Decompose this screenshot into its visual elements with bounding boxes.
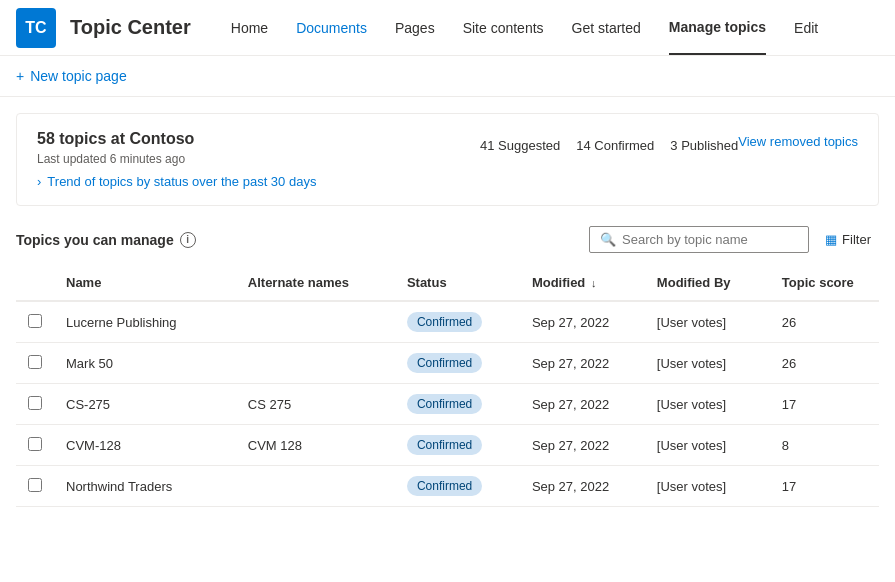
col-header-name[interactable]: Name bbox=[54, 265, 236, 301]
nav-home[interactable]: Home bbox=[231, 2, 268, 54]
nav-get-started[interactable]: Get started bbox=[572, 2, 641, 54]
status-badge: Confirmed bbox=[407, 312, 482, 332]
nav-edit[interactable]: Edit bbox=[794, 2, 818, 54]
row-checkbox[interactable] bbox=[28, 437, 42, 451]
topics-title: Topics you can manage i bbox=[16, 232, 196, 248]
stats-published: 3 Published bbox=[670, 138, 738, 153]
new-topic-label: New topic page bbox=[30, 68, 127, 84]
col-modified-label: Modified bbox=[532, 275, 585, 290]
topics-section: Topics you can manage i 🔍 ▦ Filter Name … bbox=[0, 214, 895, 507]
row-checkbox-cell[interactable] bbox=[16, 384, 54, 425]
nav-manage-topics[interactable]: Manage topics bbox=[669, 1, 766, 55]
row-alt-names bbox=[236, 301, 395, 343]
row-topic-score: 17 bbox=[770, 466, 879, 507]
nav-documents[interactable]: Documents bbox=[296, 2, 367, 54]
row-modified: Sep 27, 2022 bbox=[520, 301, 645, 343]
row-alt-names bbox=[236, 466, 395, 507]
row-checkbox-cell[interactable] bbox=[16, 425, 54, 466]
stats-trend-link[interactable]: › Trend of topics by status over the pas… bbox=[37, 174, 480, 189]
row-modified: Sep 27, 2022 bbox=[520, 466, 645, 507]
search-filter-area: 🔍 ▦ Filter bbox=[589, 226, 879, 253]
nav-site-contents[interactable]: Site contents bbox=[463, 2, 544, 54]
col-header-alt-names[interactable]: Alternate names bbox=[236, 265, 395, 301]
col-header-status[interactable]: Status bbox=[395, 265, 520, 301]
topics-table: Name Alternate names Status Modified ↓ M… bbox=[16, 265, 879, 507]
row-status: Confirmed bbox=[395, 343, 520, 384]
search-icon: 🔍 bbox=[600, 232, 616, 247]
row-topic-score: 8 bbox=[770, 425, 879, 466]
view-removed-topics-link[interactable]: View removed topics bbox=[738, 134, 858, 149]
row-topic-score: 26 bbox=[770, 301, 879, 343]
row-name: CVM-128 bbox=[54, 425, 236, 466]
stats-suggested: 41 Suggested bbox=[480, 138, 560, 153]
row-alt-names: CVM 128 bbox=[236, 425, 395, 466]
row-checkbox-cell[interactable] bbox=[16, 343, 54, 384]
row-checkbox[interactable] bbox=[28, 355, 42, 369]
stats-title: 58 topics at Contoso bbox=[37, 130, 480, 148]
row-checkbox[interactable] bbox=[28, 478, 42, 492]
filter-button[interactable]: ▦ Filter bbox=[817, 227, 879, 252]
col-header-modified[interactable]: Modified ↓ bbox=[520, 265, 645, 301]
search-box[interactable]: 🔍 bbox=[589, 226, 809, 253]
stats-trend-label: Trend of topics by status over the past … bbox=[47, 174, 316, 189]
row-topic-score: 26 bbox=[770, 343, 879, 384]
stats-card: 58 topics at Contoso Last updated 6 minu… bbox=[16, 113, 879, 206]
table-row: CS-275 CS 275 Confirmed Sep 27, 2022 [Us… bbox=[16, 384, 879, 425]
row-name: Northwind Traders bbox=[54, 466, 236, 507]
plus-icon: + bbox=[16, 68, 24, 84]
row-status: Confirmed bbox=[395, 384, 520, 425]
stats-right: View removed topics bbox=[738, 130, 858, 149]
row-name: CS-275 bbox=[54, 384, 236, 425]
topics-header: Topics you can manage i 🔍 ▦ Filter bbox=[16, 226, 879, 253]
table-row: Lucerne Publishing Confirmed Sep 27, 202… bbox=[16, 301, 879, 343]
sort-indicator: ↓ bbox=[591, 277, 597, 289]
search-input[interactable] bbox=[622, 232, 798, 247]
row-modified: Sep 27, 2022 bbox=[520, 425, 645, 466]
status-badge: Confirmed bbox=[407, 476, 482, 496]
row-status: Confirmed bbox=[395, 301, 520, 343]
row-status: Confirmed bbox=[395, 425, 520, 466]
topics-table-wrapper: Name Alternate names Status Modified ↓ M… bbox=[16, 265, 879, 507]
row-modified-by: [User votes] bbox=[645, 384, 770, 425]
status-badge: Confirmed bbox=[407, 353, 482, 373]
col-header-modified-by[interactable]: Modified By bbox=[645, 265, 770, 301]
table-header-row: Name Alternate names Status Modified ↓ M… bbox=[16, 265, 879, 301]
stats-left: 58 topics at Contoso Last updated 6 minu… bbox=[37, 130, 480, 189]
site-title: Topic Center bbox=[70, 16, 191, 39]
stats-counts: 41 Suggested 14 Confirmed 3 Published bbox=[480, 130, 738, 153]
row-alt-names: CS 275 bbox=[236, 384, 395, 425]
col-header-checkbox bbox=[16, 265, 54, 301]
row-checkbox[interactable] bbox=[28, 396, 42, 410]
col-header-topic-score[interactable]: Topic score bbox=[770, 265, 879, 301]
nav-pages[interactable]: Pages bbox=[395, 2, 435, 54]
info-icon[interactable]: i bbox=[180, 232, 196, 248]
header: TC Topic Center Home Documents Pages Sit… bbox=[0, 0, 895, 56]
status-badge: Confirmed bbox=[407, 435, 482, 455]
filter-icon: ▦ bbox=[825, 232, 837, 247]
row-modified-by: [User votes] bbox=[645, 301, 770, 343]
row-modified-by: [User votes] bbox=[645, 466, 770, 507]
chevron-right-icon: › bbox=[37, 174, 41, 189]
table-row: Mark 50 Confirmed Sep 27, 2022 [User vot… bbox=[16, 343, 879, 384]
new-topic-button[interactable]: + New topic page bbox=[16, 64, 127, 88]
row-checkbox-cell[interactable] bbox=[16, 466, 54, 507]
row-checkbox-cell[interactable] bbox=[16, 301, 54, 343]
stats-confirmed: 14 Confirmed bbox=[576, 138, 654, 153]
row-modified-by: [User votes] bbox=[645, 343, 770, 384]
row-topic-score: 17 bbox=[770, 384, 879, 425]
main-nav: Home Documents Pages Site contents Get s… bbox=[231, 1, 818, 55]
site-logo: TC bbox=[16, 8, 56, 48]
row-checkbox[interactable] bbox=[28, 314, 42, 328]
status-badge: Confirmed bbox=[407, 394, 482, 414]
filter-label: Filter bbox=[842, 232, 871, 247]
row-modified-by: [User votes] bbox=[645, 425, 770, 466]
table-row: CVM-128 CVM 128 Confirmed Sep 27, 2022 [… bbox=[16, 425, 879, 466]
row-name: Lucerne Publishing bbox=[54, 301, 236, 343]
table-row: Northwind Traders Confirmed Sep 27, 2022… bbox=[16, 466, 879, 507]
row-modified: Sep 27, 2022 bbox=[520, 384, 645, 425]
row-status: Confirmed bbox=[395, 466, 520, 507]
row-modified: Sep 27, 2022 bbox=[520, 343, 645, 384]
row-alt-names bbox=[236, 343, 395, 384]
toolbar: + New topic page bbox=[0, 56, 895, 97]
stats-updated: Last updated 6 minutes ago bbox=[37, 152, 480, 166]
